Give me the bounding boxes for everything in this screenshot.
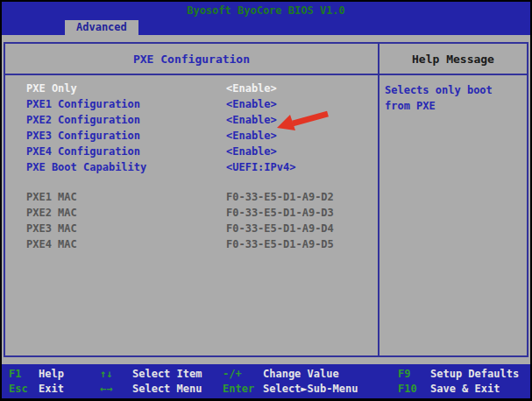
leftright-arrows-icon: ←→ xyxy=(100,383,132,395)
key-hint-bar: F1Help ↑↓Select Item -/+Change Value F9S… xyxy=(2,364,530,398)
item-label: PXE4 Configuration xyxy=(26,144,226,159)
bios-title: Byosoft ByoCore BIOS V1.0 xyxy=(187,4,345,17)
help-panel-text: Selects only boot from PXE xyxy=(379,75,527,114)
hint-setup-defaults: F9Setup Defaults xyxy=(398,368,530,380)
bios-inner-area: Byosoft ByoCore BIOS V1.0 Advanced PXE C… xyxy=(2,2,530,398)
help-panel: Help Message Selects only boot from PXE xyxy=(378,44,527,355)
list-item-pxe2-configuration[interactable]: PXE2 Configuration <Enable> xyxy=(5,112,378,128)
item-value: <Enable> xyxy=(226,81,378,96)
hint-select-submenu: EnterSelect►Sub-Menu xyxy=(223,383,398,395)
list-item-pxe4-configuration[interactable]: PXE4 Configuration <Enable> xyxy=(5,144,378,159)
f9-key-label: F9 xyxy=(398,368,430,380)
info-value: F0-33-E5-D1-A9-D2 xyxy=(226,189,378,205)
item-label: PXE1 Configuration xyxy=(26,96,226,112)
hint-label: Change Value xyxy=(263,368,339,380)
hint-select-item: ↑↓Select Item xyxy=(100,368,223,380)
updown-arrows-icon: ↑↓ xyxy=(100,368,132,380)
mac-address-list: PXE1 MAC F0-33-E5-D1-A9-D2 PXE2 MAC F0-3… xyxy=(5,189,378,252)
info-label: PXE2 MAC xyxy=(26,205,226,221)
item-label: PXE Boot Capability xyxy=(26,159,226,175)
hint-change-value: -/+Change Value xyxy=(223,368,398,380)
hint-exit: EscExit xyxy=(9,383,100,395)
minus-plus-key-label: -/+ xyxy=(223,368,263,380)
item-label: PXE Only xyxy=(26,81,226,96)
item-value: <Enable> xyxy=(226,144,378,159)
options-list: PXE Only <Enable> PXE1 Configuration <En… xyxy=(5,75,378,252)
list-item-pxe-only[interactable]: PXE Only <Enable> xyxy=(5,81,378,96)
info-row-pxe4-mac: PXE4 MAC F0-33-E5-D1-A9-D5 xyxy=(5,236,378,252)
item-label: PXE2 Configuration xyxy=(26,112,226,128)
bios-screen: Byosoft ByoCore BIOS V1.0 Advanced PXE C… xyxy=(0,0,532,401)
options-section: PXE Configuration PXE Only <Enable> PXE1… xyxy=(5,44,378,355)
content-area: PXE Configuration PXE Only <Enable> PXE1… xyxy=(2,35,530,364)
list-item-pxe-boot-capability[interactable]: PXE Boot Capability <UEFI:IPv4> xyxy=(5,159,378,175)
f10-key-label: F10 xyxy=(398,383,430,395)
hint-select-menu: ←→Select Menu xyxy=(100,383,223,395)
menu-bar: Advanced xyxy=(2,19,530,35)
hint-label: Exit xyxy=(39,383,64,395)
info-label: PXE4 MAC xyxy=(26,236,226,252)
tab-advanced[interactable]: Advanced xyxy=(65,20,138,35)
title-bar: Byosoft ByoCore BIOS V1.0 xyxy=(2,2,530,19)
esc-key-label: Esc xyxy=(9,383,39,395)
hint-label: Setup Defaults xyxy=(430,368,519,380)
settings-panel: PXE Configuration PXE Only <Enable> PXE1… xyxy=(4,42,528,357)
help-panel-title: Help Message xyxy=(379,44,527,75)
info-label: PXE3 MAC xyxy=(26,221,226,236)
list-item-pxe1-configuration[interactable]: PXE1 Configuration <Enable> xyxy=(5,96,378,112)
info-value: F0-33-E5-D1-A9-D4 xyxy=(226,221,378,236)
item-value: <Enable> xyxy=(226,96,378,112)
info-row-pxe1-mac: PXE1 MAC F0-33-E5-D1-A9-D2 xyxy=(5,189,378,205)
hint-label: Save & Exit xyxy=(430,383,500,395)
enter-key-label: Enter xyxy=(223,383,263,395)
list-item-pxe3-configuration[interactable]: PXE3 Configuration <Enable> xyxy=(5,128,378,144)
hint-save-exit: F10Save & Exit xyxy=(398,383,530,395)
item-value: <Enable> xyxy=(226,112,378,128)
info-label: PXE1 MAC xyxy=(26,189,226,205)
info-value: F0-33-E5-D1-A9-D3 xyxy=(226,205,378,221)
hint-label: Select Item xyxy=(132,368,202,380)
hint-label: Select Menu xyxy=(132,383,202,395)
info-row-pxe3-mac: PXE3 MAC F0-33-E5-D1-A9-D4 xyxy=(5,221,378,236)
hint-label: Help xyxy=(39,368,64,380)
info-value: F0-33-E5-D1-A9-D5 xyxy=(226,236,378,252)
item-label: PXE3 Configuration xyxy=(26,128,226,144)
item-value: <Enable> xyxy=(226,128,378,144)
page-title: PXE Configuration xyxy=(5,44,378,75)
hint-help: F1Help xyxy=(9,368,100,380)
f1-key-label: F1 xyxy=(9,368,39,380)
item-value: <UEFI:IPv4> xyxy=(226,159,378,175)
info-row-pxe2-mac: PXE2 MAC F0-33-E5-D1-A9-D3 xyxy=(5,205,378,221)
hint-label: Select►Sub-Menu xyxy=(263,383,358,395)
